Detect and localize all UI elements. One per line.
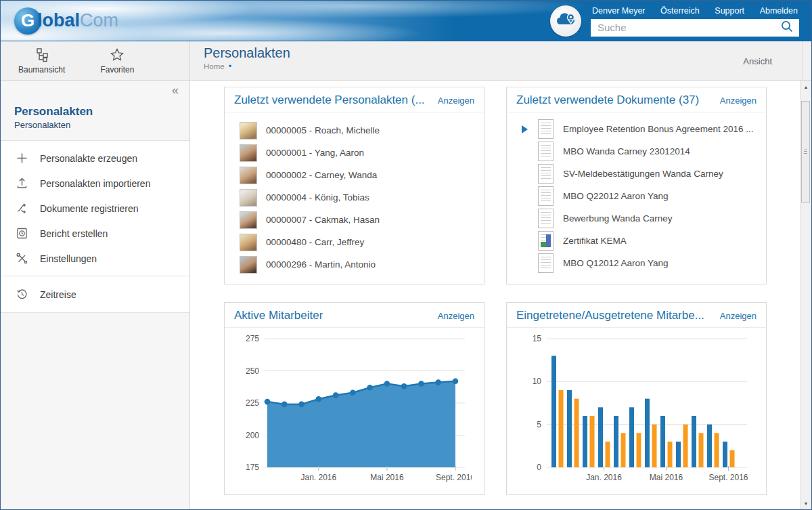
breadcrumb: Home • (204, 62, 802, 70)
star-icon (109, 47, 125, 63)
selected-arrow-icon (522, 125, 538, 133)
tree-view-label: Baumansicht (18, 65, 65, 75)
document-list-item[interactable]: Employee Retention Bonus Agreement 2016 … (522, 118, 757, 140)
document-list-item[interactable]: Bewerbung Wanda Carney (522, 207, 757, 230)
svg-text:Mai 2016: Mai 2016 (370, 473, 404, 482)
globalcom-logo: G lobalCom (14, 7, 118, 35)
tree-view-icon (34, 47, 50, 63)
app-window: G lobalCom Denver Meyer Österreich (0, 0, 812, 510)
scrollbar-thumb[interactable] (801, 101, 810, 203)
recent-files-show-link[interactable]: Anzeigen (438, 95, 474, 106)
sidebar: « Personalakten Personalakten Personalak… (1, 81, 190, 509)
document-thumbnail (538, 231, 554, 251)
svg-text:200: 200 (246, 431, 259, 440)
sidebar-item-import-files[interactable]: Personalakten importieren (1, 171, 189, 196)
document-list-item[interactable]: Zertifikat KEMA (522, 230, 757, 252)
search-input[interactable] (597, 22, 780, 33)
main-content: Zuletzt verwendete Personalakten (... An… (190, 81, 800, 509)
country-link[interactable]: Österreich (660, 6, 700, 16)
favorites-button[interactable]: Favoriten (100, 47, 134, 75)
svg-text:225: 225 (246, 398, 259, 408)
logo-text-light: Com (80, 10, 118, 30)
in-out-employees-title: Eingetretene/Ausgetretene Mitarbe... (516, 309, 704, 322)
toolbar-right-divider (802, 41, 811, 80)
active-employees-show-link[interactable]: Anzeigen (438, 311, 474, 321)
cloud-pin-icon (556, 11, 576, 31)
tree-view-button[interactable]: Baumansicht (18, 47, 65, 75)
active-employees-chart: 175200225250275Jan. 2016Mai 2016Sept. 20… (225, 328, 484, 492)
upload-icon (16, 177, 28, 190)
active-employees-card: Aktive Mitarbeiter Anzeigen 175200225250… (224, 302, 484, 495)
svg-text:275: 275 (246, 334, 259, 343)
recent-documents-card: Zuletzt verwendete Dokumente (37) Anzeig… (506, 87, 767, 284)
sidebar-item-time-travel[interactable]: Zeitreise (1, 282, 189, 307)
employee-list-item[interactable]: 00000002 - Carney, Wanda (240, 164, 474, 186)
user-name-link[interactable]: Denver Meyer (592, 6, 646, 16)
svg-text:0: 0 (537, 463, 541, 472)
sidebar-subtitle: Personalakten (14, 120, 176, 130)
svg-text:175: 175 (246, 463, 259, 472)
document-list-item[interactable]: SV-Meldebestätigungen Wanda Carney (522, 163, 757, 185)
search-box (591, 19, 799, 37)
top-header: G lobalCom Denver Meyer Österreich (1, 1, 811, 41)
employee-photo (240, 234, 257, 251)
sidebar-item-settings[interactable]: Einstellungen (1, 246, 189, 271)
employee-list-item[interactable]: 00000480 - Carr, Jeffrey (240, 231, 474, 253)
employee-photo (240, 144, 257, 162)
register-icon (16, 202, 28, 215)
sidebar-menu: Personalakte erzeugen Personalakten impo… (1, 140, 189, 276)
favorites-label: Favoriten (100, 65, 134, 75)
document-thumbnail (538, 119, 554, 139)
view-button[interactable]: Ansicht (743, 56, 772, 66)
svg-text:Mai 2016: Mai 2016 (650, 473, 683, 482)
user-links: Denver Meyer Österreich Support Abmelden (591, 6, 799, 16)
in-out-employees-chart: 051015Jan. 2016Mai 2016Sept. 2016 (507, 328, 766, 492)
sidebar-item-register-documents[interactable]: Dokumente registrieren (1, 196, 189, 221)
report-icon (16, 227, 28, 240)
scrollbar-up-arrow[interactable]: ▲ (800, 81, 811, 92)
breadcrumb-home[interactable]: Home (204, 62, 225, 70)
document-list-item[interactable]: MBO Wanda Carney 23012014 (522, 140, 757, 163)
employee-list-item[interactable]: 00000007 - Cakmak, Hasan (240, 209, 474, 231)
document-list-item[interactable]: MBO Q22012 Aaron Yang (522, 185, 757, 207)
in-out-employees-card: Eingetretene/Ausgetretene Mitarbe... Anz… (506, 302, 767, 495)
employee-list-item[interactable]: 00000004 - König, Tobias (240, 186, 474, 209)
document-thumbnail (538, 253, 554, 273)
sidebar-collapse-button[interactable]: « (172, 84, 179, 96)
vertical-scrollbar[interactable]: ▲ ▼ (800, 81, 811, 509)
svg-text:Jan. 2016: Jan. 2016 (586, 473, 622, 482)
document-thumbnail (538, 186, 554, 206)
employee-photo (240, 189, 257, 207)
document-thumbnail (538, 209, 554, 228)
employee-photo (240, 256, 257, 274)
document-thumbnail (538, 164, 554, 184)
document-list-item[interactable]: MBO Q12012 Aaron Yang (522, 252, 757, 274)
employee-photo (240, 211, 257, 229)
recent-documents-show-link[interactable]: Anzeigen (720, 95, 757, 106)
employee-photo (240, 167, 257, 184)
logo-text-bold: lobal (37, 10, 80, 30)
svg-text:Jan. 2016: Jan. 2016 (300, 473, 336, 482)
svg-text:Sept. 2016: Sept. 2016 (708, 473, 748, 482)
logout-link[interactable]: Abmelden (760, 6, 798, 16)
active-employees-title: Aktive Mitarbeiter (234, 309, 323, 322)
in-out-employees-show-link[interactable]: Anzeigen (720, 311, 757, 321)
recent-files-title: Zuletzt verwendete Personalakten (... (234, 93, 425, 107)
employee-list-item[interactable]: 00000001 - Yang, Aaron (240, 142, 474, 164)
sidebar-item-create-report[interactable]: Bericht erstellen (1, 221, 189, 246)
svg-text:10: 10 (533, 377, 542, 386)
toolbar-row: Baumansicht Favoriten Personalakten Home… (1, 41, 811, 81)
tools-icon (16, 252, 28, 265)
sidebar-item-create-file[interactable]: Personalakte erzeugen (1, 146, 189, 171)
breadcrumb-separator: • (229, 62, 232, 70)
search-icon[interactable] (780, 20, 794, 36)
support-link[interactable]: Support (715, 6, 744, 16)
svg-text:Sept. 2016: Sept. 2016 (436, 473, 472, 482)
history-clock-icon (16, 288, 28, 301)
svg-text:250: 250 (246, 366, 259, 376)
employee-list-item[interactable]: 00000296 - Martin, Antonio (240, 253, 474, 276)
employee-list-item[interactable]: 00000005 - Roach, Michelle (240, 119, 474, 142)
svg-text:5: 5 (537, 420, 541, 429)
recent-documents-title: Zuletzt verwendete Dokumente (37) (516, 93, 699, 107)
scrollbar-down-arrow[interactable]: ▼ (800, 498, 811, 509)
